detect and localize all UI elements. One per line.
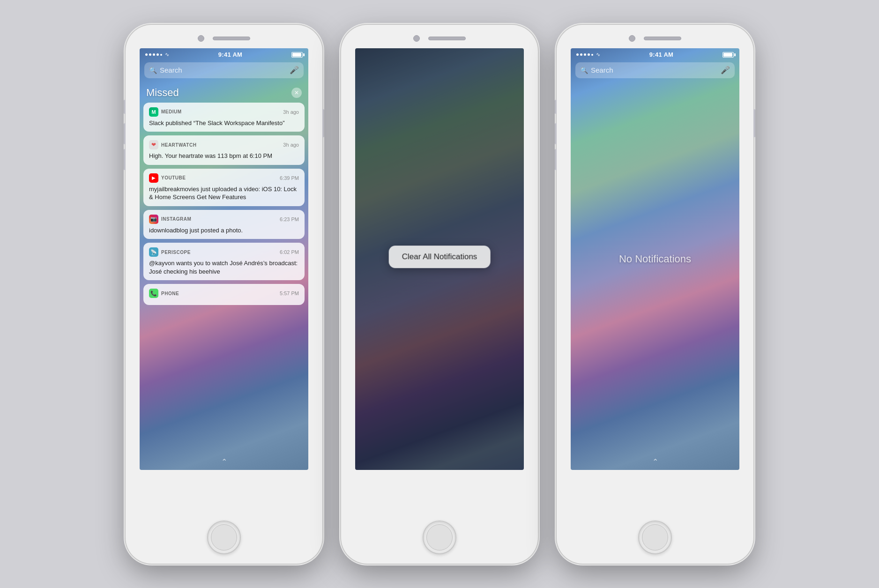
wifi-icon: ∿ xyxy=(165,52,169,58)
youtube-notif-body: myjailbreakmovies just uploaded a video:… xyxy=(149,185,299,201)
phone3-bottom xyxy=(557,470,753,564)
periscope-app-name: PERISCOPE xyxy=(161,250,191,255)
phone3-battery-area xyxy=(723,52,734,58)
heartwatch-notif-time: 3h ago xyxy=(283,142,299,148)
front-camera xyxy=(198,35,204,42)
phone3-signal-dot-1 xyxy=(576,53,579,56)
phone-bottom xyxy=(126,470,322,564)
signal-dot-2 xyxy=(149,53,151,56)
phone3-signal-dot-5 xyxy=(591,54,593,56)
no-notifications-message: No Notifications xyxy=(619,253,691,265)
phone3-earpiece-speaker xyxy=(644,37,681,40)
phone3-silent-switch xyxy=(555,100,557,114)
notification-heartwatch[interactable]: ❤ HEARTWATCH 3h ago High. Your heartrate… xyxy=(143,135,305,165)
phone3-volume-up-button xyxy=(555,123,557,144)
signal-indicators: ∿ xyxy=(145,52,169,58)
notif-header-ig: 📷 INSTAGRAM 6:23 PM xyxy=(149,215,299,224)
notification-periscope[interactable]: 📡 PERISCOPE 6:02 PM @kayvon wants you to… xyxy=(143,243,305,280)
phone3-search-placeholder: Search xyxy=(591,66,721,74)
signal-dot-5 xyxy=(160,54,162,56)
phone3-mic-icon[interactable]: 🎤 xyxy=(721,66,730,74)
phone2-home-button[interactable] xyxy=(423,521,456,554)
home-button[interactable] xyxy=(207,521,241,554)
mic-icon[interactable]: 🎤 xyxy=(290,66,299,74)
notification-panel: Missed ✕ M MEDIUM 3h ago Slack published… xyxy=(140,82,308,451)
search-bar[interactable]: 🔍 Search 🎤 xyxy=(144,62,304,78)
home-button-ring xyxy=(211,524,237,551)
heartwatch-app-icon: ❤ xyxy=(149,140,158,149)
instagram-notif-body: idownloadblog just posted a photo. xyxy=(149,226,299,235)
phone3-signal-indicators: ∿ xyxy=(576,52,600,58)
notif-app-info: M MEDIUM xyxy=(149,107,182,117)
phone3-home-button-ring xyxy=(642,524,668,551)
phone3-search-bar[interactable]: 🔍 Search 🎤 xyxy=(575,62,735,78)
phone-app-icon: 📞 xyxy=(149,289,158,298)
phone-1: ∿ 9:41 AM 🔍 Search 🎤 Missed ✕ xyxy=(126,25,322,564)
phone3-volume-down-button xyxy=(555,149,557,170)
medium-notif-time: 3h ago xyxy=(283,109,299,115)
phone1-screen: ∿ 9:41 AM 🔍 Search 🎤 Missed ✕ xyxy=(140,48,308,470)
volume-down-button xyxy=(124,149,126,170)
status-time: 9:41 AM xyxy=(218,51,242,58)
heartwatch-app-name: HEARTWATCH xyxy=(161,142,196,148)
phone3-battery-fill xyxy=(723,53,732,57)
phone3-wifi-icon: ∿ xyxy=(596,52,600,58)
signal-dot-3 xyxy=(153,53,155,56)
phone2-home-button-ring xyxy=(426,524,453,551)
phone3-signal-dot-3 xyxy=(584,53,586,56)
notification-phone[interactable]: 📞 PHONE 5:57 PM xyxy=(143,284,305,305)
periscope-app-icon: 📡 xyxy=(149,247,158,257)
status-bar: ∿ 9:41 AM xyxy=(140,48,308,61)
battery-area xyxy=(291,52,303,58)
phone2-front-camera xyxy=(413,35,420,42)
notification-instagram[interactable]: 📷 INSTAGRAM 6:23 PM idownloadblog just p… xyxy=(143,210,305,239)
phone-app-name: PHONE xyxy=(161,291,179,296)
phone3-front-camera xyxy=(629,35,635,42)
youtube-notif-time: 6:39 PM xyxy=(280,175,299,181)
search-icon: 🔍 xyxy=(149,67,157,74)
phone3-swipe-up-indicator: ⌃ xyxy=(652,457,658,466)
notif-header-hw: ❤ HEARTWATCH 3h ago xyxy=(149,140,299,149)
phone3-signal-dot-4 xyxy=(588,53,590,56)
phone3-status-bar: ∿ 9:41 AM xyxy=(571,48,739,61)
close-notifications-button[interactable]: ✕ xyxy=(291,88,302,98)
medium-app-icon: M xyxy=(149,107,158,117)
notif-app-info-yt: ▶ YOUTUBE xyxy=(149,173,186,183)
phone-notif-time: 5:57 PM xyxy=(280,290,299,296)
swipe-up-indicator: ⌃ xyxy=(221,457,227,466)
instagram-app-name: INSTAGRAM xyxy=(161,216,191,222)
medium-notif-body: Slack published “The Slack Workspace Man… xyxy=(149,119,299,127)
notification-youtube[interactable]: ▶ YOUTUBE 6:39 PM myjailbreakmovies just… xyxy=(143,169,305,206)
notif-header-ps: 📡 PERISCOPE 6:02 PM xyxy=(149,247,299,257)
notif-header-yt: ▶ YOUTUBE 6:39 PM xyxy=(149,173,299,183)
missed-section-title: Missed xyxy=(146,87,179,99)
clear-all-notifications-text: Clear All Notifications xyxy=(402,252,477,261)
notif-app-info-ps: 📡 PERISCOPE xyxy=(149,247,191,257)
notification-medium[interactable]: M MEDIUM 3h ago Slack published “The Sla… xyxy=(143,103,305,132)
phone-top-area xyxy=(126,25,322,48)
phone3-power-button xyxy=(753,109,755,137)
silent-switch xyxy=(124,100,126,114)
phone2-bottom xyxy=(341,470,538,564)
notif-header: M MEDIUM 3h ago xyxy=(149,107,299,117)
instagram-notif-time: 6:23 PM xyxy=(280,216,299,222)
periscope-notif-body: @kayvon wants you to watch José Andrés’s… xyxy=(149,259,299,275)
periscope-notif-time: 6:02 PM xyxy=(280,249,299,255)
instagram-app-icon: 📷 xyxy=(149,215,158,224)
clear-all-notifications-dialog[interactable]: Clear All Notifications xyxy=(389,246,491,268)
phone2-screen: Clear All Notifications xyxy=(355,48,524,470)
phone2-earpiece-speaker xyxy=(428,37,466,40)
power-button xyxy=(322,109,324,137)
notif-app-info-ph: 📞 PHONE xyxy=(149,289,179,298)
earpiece-speaker xyxy=(213,37,250,40)
notif-app-info-ig: 📷 INSTAGRAM xyxy=(149,215,191,224)
phone3-search-icon: 🔍 xyxy=(580,67,588,74)
youtube-app-name: YOUTUBE xyxy=(161,175,186,180)
phone-2: Clear All Notifications xyxy=(341,25,538,564)
notif-header-ph: 📞 PHONE 5:57 PM xyxy=(149,289,299,298)
phone2-top-area xyxy=(341,25,538,48)
youtube-app-icon: ▶ xyxy=(149,173,158,183)
phone3-home-button[interactable] xyxy=(638,521,672,554)
battery-icon xyxy=(291,52,303,58)
phone3-top-area xyxy=(557,25,753,48)
